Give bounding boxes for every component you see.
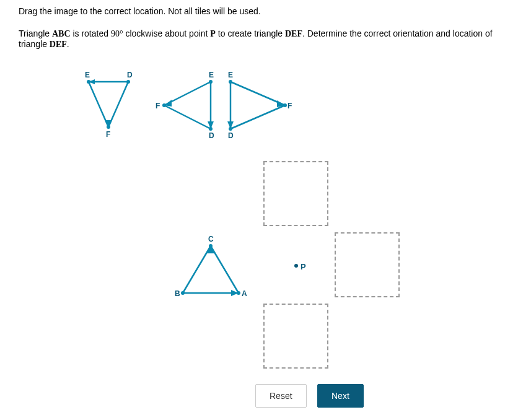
vertex-dot — [162, 103, 166, 107]
triangle-def2: DEF — [50, 40, 67, 49]
label-a: A — [242, 289, 247, 298]
label-e: E — [209, 71, 214, 79]
point-p-text: P — [210, 29, 216, 38]
label-e: E — [228, 71, 233, 79]
point-p: P — [301, 262, 306, 271]
vertex-dot — [87, 80, 90, 84]
vertex-dot — [209, 80, 213, 84]
problem-text: Triangle ABC is rotated 90° clockwise ab… — [19, 28, 512, 50]
label-b: B — [175, 289, 180, 298]
instruction-text: Drag the image to the correct location. … — [19, 6, 512, 16]
svg-line-16 — [183, 246, 211, 293]
vertex-dot — [209, 127, 213, 131]
label-f: F — [156, 102, 160, 110]
problem-prefix: Triangle — [19, 28, 52, 38]
vertex-dot — [237, 291, 240, 295]
interactive-canvas: E D F E F D E D F — [19, 68, 514, 409]
vertex-dot — [209, 244, 213, 248]
problem-suffix: . — [67, 39, 69, 49]
svg-line-7 — [164, 105, 211, 129]
drop-zone-right[interactable] — [335, 232, 400, 297]
svg-line-12 — [230, 105, 285, 129]
vertex-dot — [181, 291, 185, 295]
vertex-dot — [126, 80, 130, 84]
vertex-dot — [283, 103, 287, 107]
vertex-dot — [229, 127, 232, 131]
svg-line-17 — [211, 246, 239, 293]
vertex-dot — [229, 80, 232, 84]
reset-button[interactable]: Reset — [255, 384, 307, 408]
label-e: E — [85, 71, 90, 79]
label-d: D — [209, 131, 214, 140]
label-f: F — [106, 130, 110, 139]
vertex-dot — [107, 125, 110, 129]
label-f: F — [287, 102, 292, 110]
triangle-abc: C B A — [173, 238, 248, 303]
tile-triangle-left[interactable]: E F D — [158, 74, 220, 139]
label-d: D — [127, 71, 133, 79]
problem-mid2: clockwise about point — [123, 28, 211, 38]
svg-line-11 — [230, 82, 285, 105]
tile-triangle-down[interactable]: E D F — [84, 74, 139, 139]
next-button[interactable]: Next — [317, 384, 364, 408]
problem-mid3: to create triangle — [216, 28, 285, 38]
triangle-abc: ABC — [52, 29, 71, 38]
label-c: C — [208, 235, 214, 243]
label-d: D — [228, 131, 234, 140]
tile-triangle-right[interactable]: E D F — [223, 74, 291, 139]
triangle-def1: DEF — [285, 29, 302, 38]
drop-zone-top[interactable] — [263, 161, 328, 226]
drop-zone-bottom[interactable] — [263, 304, 328, 369]
problem-mid1: is rotated — [71, 28, 111, 38]
angle-text: 90° — [111, 29, 123, 38]
